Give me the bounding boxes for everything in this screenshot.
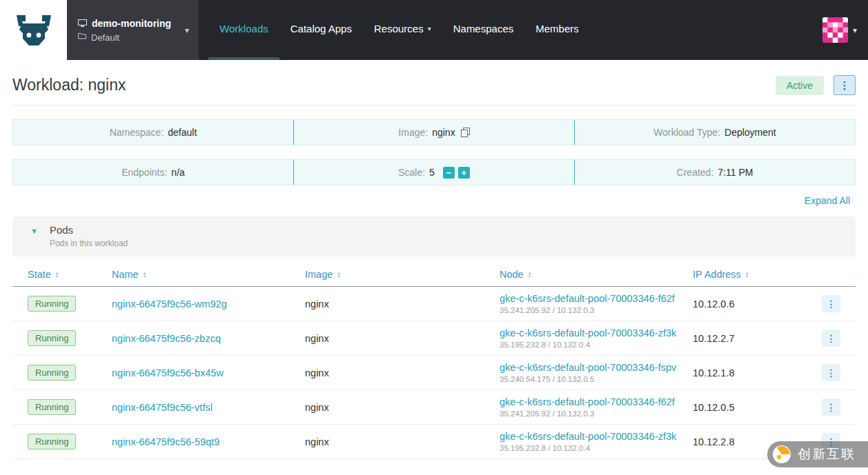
main-nav: Workloads Catalog Apps Resources▾ Namesp… <box>208 0 590 60</box>
nav-item-resources[interactable]: Resources▾ <box>363 0 442 60</box>
rancher-logo[interactable] <box>0 0 67 60</box>
node-link[interactable]: gke-c-k6srs-default-pool-70003346-f62f <box>500 293 680 305</box>
image-label: Image: <box>398 127 428 138</box>
created-cell: Created: 7:11 PM <box>575 160 855 185</box>
caret-down-icon[interactable]: ▼ <box>30 227 38 248</box>
table-row: Running nginx-66475f9c56-bx45w nginx gke… <box>12 356 856 390</box>
row-actions-button[interactable]: ⋮ <box>822 330 840 347</box>
nav-item-workloads[interactable]: Workloads <box>208 0 279 60</box>
pods-table: State▴▾ Name▴▾ Image▴▾ Node▴▾ IP Address… <box>12 256 856 459</box>
created-value: 7:11 PM <box>718 167 753 178</box>
nav-item-members[interactable]: Members <box>524 0 590 60</box>
pods-section-header[interactable]: ▼ Pods Pods in this workload <box>12 216 856 256</box>
pod-ip: 10.12.0.6 <box>693 299 795 310</box>
workload-summary-row-2: Endpoints: n/a Scale: 5 − + Created: 7:1… <box>12 159 856 185</box>
copy-icon[interactable] <box>461 128 470 137</box>
state-badge: Running <box>28 296 76 312</box>
pods-table-header: State▴▾ Name▴▾ Image▴▾ Node▴▾ IP Address… <box>12 256 856 287</box>
node-link[interactable]: gke-c-k6srs-default-pool-70003346-zf3k <box>500 431 680 443</box>
chevron-down-icon: ▾ <box>185 26 189 35</box>
scale-stepper: − + <box>443 167 470 179</box>
pod-name-link[interactable]: nginx-66475f9c56-wm92g <box>112 299 227 310</box>
column-header-state[interactable]: State▴▾ <box>28 269 112 280</box>
state-badge: Running <box>28 434 76 449</box>
chevron-down-icon: ▾ <box>428 25 431 32</box>
header-label: Node <box>500 269 524 280</box>
row-actions-button[interactable]: ⋮ <box>822 398 840 416</box>
user-menu[interactable]: ▾ <box>822 0 868 60</box>
expand-all-row: Expand All <box>0 194 850 207</box>
watermark: 创新互联 <box>767 441 868 467</box>
pods-section: ▼ Pods Pods in this workload State▴▾ Nam… <box>0 216 868 459</box>
node-ips: 35.241.205.92 / 10.132.0.3 <box>500 306 693 314</box>
table-row: Running nginx-66475f9c56-vtfsl nginx gke… <box>12 390 856 425</box>
workload-type-label: Workload Type: <box>653 127 720 138</box>
top-navbar: demo-monitoring Default ▾ Workloads Cata… <box>0 0 868 60</box>
column-header-node[interactable]: Node▴▾ <box>500 269 693 280</box>
scale-label: Scale: <box>398 167 425 178</box>
scale-decrement-button[interactable]: − <box>443 167 455 179</box>
pod-name-link[interactable]: nginx-66475f9c56-vtfsl <box>112 402 213 413</box>
sort-icon: ▴▾ <box>337 271 340 278</box>
namespace-cell: Namespace: default <box>13 120 294 145</box>
node-ips: 35.240.54.175 / 10.132.0.5 <box>500 375 693 383</box>
column-header-ip[interactable]: IP Address▴▾ <box>693 269 795 280</box>
scale-increment-button[interactable]: + <box>458 167 470 179</box>
sort-icon: ▴▾ <box>529 271 531 278</box>
pod-name-link[interactable]: nginx-66475f9c56-59qt9 <box>112 436 219 447</box>
state-badge: Running <box>28 365 76 381</box>
header-label: Name <box>112 269 139 280</box>
pod-name-link[interactable]: nginx-66475f9c56-zbzcq <box>112 333 221 344</box>
node-ips: 35.241.205.92 / 10.132.0.3 <box>500 410 693 418</box>
column-header-name[interactable]: Name▴▾ <box>112 269 305 280</box>
pod-image: nginx <box>305 436 500 447</box>
avatar <box>822 17 848 43</box>
image-value: nginx <box>432 127 455 138</box>
kebab-icon: ⋮ <box>840 79 850 92</box>
project-icon <box>78 32 86 39</box>
node-link[interactable]: gke-c-k6srs-default-pool-70003346-fspv <box>500 362 680 374</box>
pod-ip: 10.12.0.5 <box>693 402 795 413</box>
nav-item-catalog-apps[interactable]: Catalog Apps <box>279 0 363 60</box>
nav-label: Resources <box>374 23 424 34</box>
node-link[interactable]: gke-c-k6srs-default-pool-70003346-zf3k <box>500 327 680 339</box>
cluster-name: demo-monitoring <box>92 18 171 29</box>
cluster-project-picker[interactable]: demo-monitoring Default ▾ <box>67 0 199 60</box>
nav-item-namespaces[interactable]: Namespaces <box>442 0 525 60</box>
endpoints-cell: Endpoints: n/a <box>13 160 294 185</box>
row-actions-button[interactable]: ⋮ <box>822 364 840 381</box>
table-row: Running nginx-66475f9c56-zbzcq nginx gke… <box>12 321 856 356</box>
kebab-icon: ⋮ <box>827 333 836 344</box>
sort-icon: ▴▾ <box>144 271 146 278</box>
column-header-image[interactable]: Image▴▾ <box>305 269 500 280</box>
node-link[interactable]: gke-c-k6srs-default-pool-70003346-f62f <box>500 396 680 408</box>
namespace-value: default <box>168 127 197 138</box>
header-label: Image <box>305 269 333 280</box>
watermark-logo-icon <box>772 445 791 464</box>
project-name: Default <box>91 32 119 43</box>
nav-label: Members <box>535 23 579 34</box>
node-ips: 35.195.232.8 / 10.132.0.4 <box>500 444 693 452</box>
pods-section-title: Pods <box>50 224 128 236</box>
kebab-icon: ⋮ <box>827 402 836 413</box>
sort-icon: ▴▾ <box>56 271 59 278</box>
table-row: Running nginx-66475f9c56-59qt9 nginx gke… <box>12 425 856 459</box>
pod-name-link[interactable]: nginx-66475f9c56-bx45w <box>112 367 224 378</box>
sort-icon: ▴▾ <box>746 271 749 278</box>
pod-image: nginx <box>305 333 500 344</box>
status-badge: Active <box>776 76 824 95</box>
table-row: Running nginx-66475f9c56-wm92g nginx gke… <box>12 287 856 321</box>
pod-ip: 10.12.2.7 <box>693 333 795 344</box>
kebab-icon: ⋮ <box>827 367 836 378</box>
workload-actions-button[interactable]: ⋮ <box>834 75 856 95</box>
chevron-down-icon: ▾ <box>853 26 857 35</box>
created-label: Created: <box>677 167 714 178</box>
pod-image: nginx <box>305 299 500 310</box>
endpoints-label: Endpoints: <box>121 167 167 178</box>
pods-section-subtitle: Pods in this workload <box>50 239 128 248</box>
kebab-icon: ⋮ <box>827 299 836 310</box>
page-header: Workload: nginx Active ⋮ <box>0 75 868 95</box>
expand-all-link[interactable]: Expand All <box>805 195 850 206</box>
state-badge: Running <box>28 399 76 415</box>
row-actions-button[interactable]: ⋮ <box>822 295 840 312</box>
